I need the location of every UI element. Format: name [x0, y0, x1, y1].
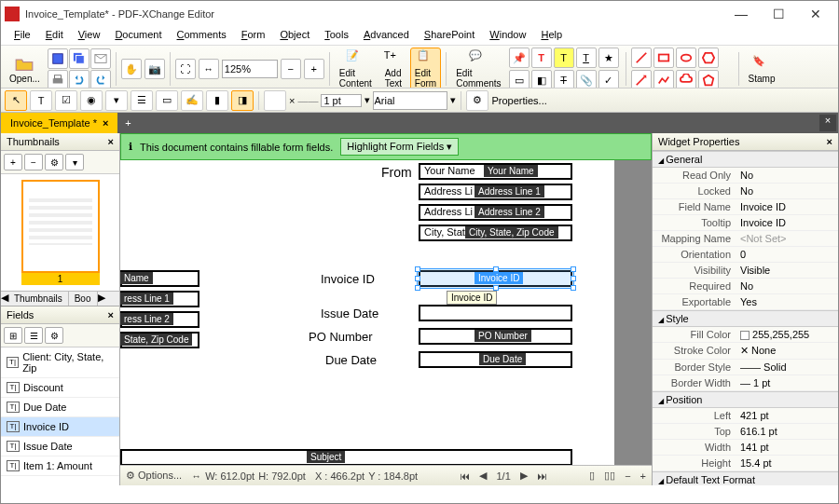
prop-read-only[interactable]: Read OnlyNo: [653, 168, 838, 184]
prop-group-position[interactable]: Position: [653, 391, 838, 408]
prop-border-width[interactable]: Border Width— 1 pt: [653, 375, 838, 391]
undo-icon[interactable]: [69, 70, 89, 89]
menu-document[interactable]: Document: [107, 27, 169, 45]
field-item[interactable]: T|Item 1: Amount: [1, 456, 119, 476]
thumb-options-icon[interactable]: ⚙: [45, 154, 63, 170]
star-icon[interactable]: ★: [598, 48, 619, 68]
fields-options-icon[interactable]: ⚙: [45, 327, 63, 344]
last-page-icon[interactable]: ⏭: [537, 470, 547, 482]
close-properties-icon[interactable]: ×: [827, 136, 832, 147]
prop-visibility[interactable]: VisibilityVisible: [653, 263, 838, 279]
first-page-icon[interactable]: ⏮: [460, 470, 470, 482]
close-button[interactable]: ✕: [797, 1, 834, 27]
color-swatch[interactable]: [264, 90, 286, 111]
open-button[interactable]: Open...: [5, 53, 45, 86]
signature-field-icon[interactable]: ✍: [181, 90, 203, 111]
highlight-fields-icon[interactable]: ◨: [231, 90, 254, 111]
minimize-button[interactable]: —: [722, 1, 760, 27]
edit-comments-button[interactable]: 💬Edit Comments: [451, 48, 505, 89]
line-icon[interactable]: [631, 48, 652, 68]
checkbox-field-icon[interactable]: ☑: [55, 90, 77, 111]
prop-left[interactable]: Left421 pt: [653, 408, 838, 424]
check-icon[interactable]: ✓: [598, 70, 619, 89]
layout-facing-icon[interactable]: ▯▯: [604, 470, 615, 482]
field-item[interactable]: T|Due Date: [1, 398, 119, 417]
highlight-form-fields-button[interactable]: Highlight Form Fields ▾: [340, 138, 459, 156]
zoom-out-status-icon[interactable]: −: [625, 470, 630, 482]
hexagon-icon[interactable]: [698, 48, 719, 68]
fields-tree-icon[interactable]: ⊞: [4, 327, 22, 344]
add-tab-button[interactable]: +: [118, 114, 137, 132]
thumbnail-view[interactable]: 1: [1, 174, 119, 291]
save-all-icon[interactable]: [69, 48, 89, 69]
close-tab-icon[interactable]: ×: [103, 117, 108, 129]
prop-stroke-color[interactable]: Stroke Color✕ None: [653, 343, 838, 360]
thumb-menu-icon[interactable]: ▾: [65, 154, 84, 170]
zoom-out-icon[interactable]: −: [281, 59, 301, 79]
menu-edit[interactable]: Edit: [38, 27, 71, 45]
fit-width-icon[interactable]: ↔: [199, 59, 219, 79]
polygon-icon[interactable]: [698, 70, 719, 89]
typewriter-icon[interactable]: T: [531, 48, 552, 68]
document-tab[interactable]: Invoice_Template * ×: [1, 113, 117, 133]
note-icon[interactable]: 📌: [509, 48, 530, 68]
hand-tool-icon[interactable]: ✋: [121, 59, 142, 79]
redo-icon[interactable]: [90, 70, 111, 89]
callout-icon[interactable]: ◧: [531, 70, 552, 89]
strikeout-icon[interactable]: T: [554, 70, 574, 89]
font-select[interactable]: [373, 91, 447, 110]
edit-form-button[interactable]: 📋Edit Form: [410, 48, 441, 89]
next-page-icon[interactable]: ▶: [520, 470, 528, 482]
text-field-icon[interactable]: T: [30, 90, 52, 111]
menu-file[interactable]: File: [7, 27, 38, 45]
menu-tools[interactable]: Tools: [317, 27, 356, 45]
prop-height[interactable]: Height15.4 pt: [653, 456, 838, 471]
issue-date-field[interactable]: [419, 305, 572, 321]
options-button[interactable]: ⚙ Options...: [126, 470, 182, 482]
zoom-in-icon[interactable]: +: [304, 59, 324, 79]
menu-view[interactable]: View: [71, 27, 108, 45]
menu-advanced[interactable]: Advanced: [356, 27, 417, 45]
subtab-bookmarks[interactable]: Boo: [69, 292, 98, 306]
oval-icon[interactable]: [676, 48, 696, 68]
edit-content-button[interactable]: 📝Edit Content: [335, 48, 377, 89]
button-field-icon[interactable]: ▭: [156, 90, 178, 111]
select-tool-icon[interactable]: ↖: [5, 90, 27, 111]
thumb-zoom-in-icon[interactable]: +: [4, 154, 22, 170]
close-fields-icon[interactable]: ×: [108, 309, 114, 320]
prop-width[interactable]: Width141 pt: [653, 440, 838, 456]
prop-mapping-name[interactable]: Mapping Name<Not Set>: [653, 231, 838, 247]
prop-top[interactable]: Top616.1 pt: [653, 424, 838, 440]
properties-icon[interactable]: ⚙: [466, 90, 488, 111]
prop-group-default-text[interactable]: Default Text Format: [653, 471, 838, 485]
textbox-icon[interactable]: ▭: [509, 70, 530, 89]
properties-label[interactable]: Properties...: [491, 95, 546, 106]
combo-field-icon[interactable]: ▾: [105, 90, 128, 111]
underline-icon[interactable]: T: [576, 48, 597, 68]
properties-list[interactable]: General Read OnlyNo LockedNo Field NameI…: [653, 151, 838, 485]
add-text-button[interactable]: T+Add Text: [379, 48, 407, 89]
menu-window[interactable]: Window: [482, 27, 533, 45]
document-canvas[interactable]: From Your Name Your Name Address Li Addr…: [120, 160, 652, 465]
page-indicator[interactable]: 1/1: [496, 470, 510, 482]
menu-form[interactable]: Form: [234, 27, 273, 45]
field-item[interactable]: T|Client: City, State, Zip: [1, 347, 119, 378]
border-width-input[interactable]: [321, 94, 362, 107]
zoom-input[interactable]: [222, 60, 278, 78]
prop-border-style[interactable]: Border Style—— Solid: [653, 360, 838, 375]
thumbnail-page[interactable]: [21, 180, 100, 273]
list-field-icon[interactable]: ☰: [131, 90, 153, 111]
prop-group-general[interactable]: General: [653, 151, 838, 168]
save-icon[interactable]: [48, 48, 68, 69]
thumb-zoom-out-icon[interactable]: −: [24, 154, 43, 170]
rect-icon[interactable]: [653, 48, 674, 68]
menu-comments[interactable]: Comments: [170, 27, 234, 45]
email-icon[interactable]: [90, 48, 111, 69]
tabstrip-close-icon[interactable]: ×: [819, 115, 836, 131]
prop-exportable[interactable]: ExportableYes: [653, 294, 838, 310]
stamp-button[interactable]: 🔖Stamp: [744, 53, 780, 86]
prop-field-name[interactable]: Field NameInvoice ID: [653, 199, 838, 215]
prop-orientation[interactable]: Orientation0: [653, 247, 838, 263]
snapshot-icon[interactable]: 📷: [144, 59, 165, 79]
field-item[interactable]: T|Discount: [1, 378, 119, 398]
